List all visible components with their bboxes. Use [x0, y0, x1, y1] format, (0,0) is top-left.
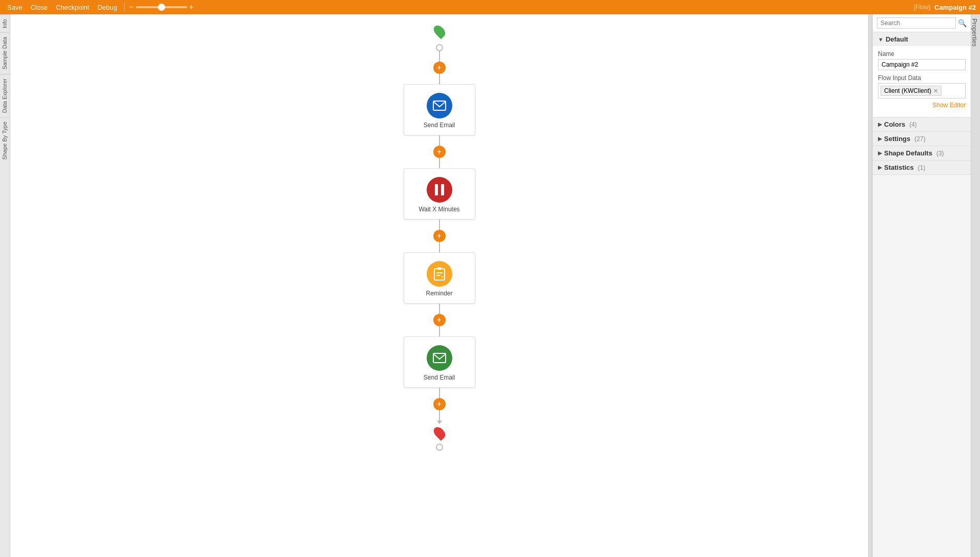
section-settings-header[interactable]: ▶ Settings (27): [873, 132, 971, 146]
section-shape-defaults-title: Shape Defaults: [884, 149, 932, 157]
zoom-plus-icon[interactable]: +: [189, 3, 194, 12]
show-editor-link[interactable]: Show Editor: [878, 102, 966, 109]
zoom-control: − +: [129, 3, 194, 12]
connector-5: [439, 220, 440, 230]
flow-input-area: Client (KWClient) ✕: [878, 83, 966, 98]
send-email-icon-1: [427, 93, 452, 118]
chip-label: Client (KWClient): [884, 87, 931, 94]
debug-button[interactable]: Debug: [94, 3, 120, 12]
start-node-group: [434, 25, 445, 51]
canvas[interactable]: + Send Email +: [10, 14, 868, 557]
section-settings-count: (27): [914, 135, 925, 143]
close-button[interactable]: Close: [28, 3, 51, 12]
section-default: ▼ Default Name Flow Input Data Client (K…: [873, 32, 971, 117]
section-colors-arrow: ▶: [878, 121, 882, 128]
section-colors: ▶ Colors (4): [873, 117, 971, 132]
section-statistics-title: Statistics: [884, 164, 914, 171]
connector-3: [439, 135, 440, 146]
main-area: Info Sample Data Data Explorer Shape By …: [0, 14, 980, 557]
wait-icon: [427, 177, 452, 203]
properties-panel: 🔍 ▼ Default Name Flow Input Data: [873, 14, 971, 557]
wait-card[interactable]: Wait X Minutes: [404, 168, 475, 220]
svg-rect-2: [441, 184, 444, 195]
send-email-label-1: Send Email: [424, 122, 455, 129]
end-arrow: [437, 421, 442, 424]
section-colors-title: Colors: [884, 121, 905, 128]
send-email-card-1[interactable]: Send Email: [404, 84, 475, 135]
reminder-card[interactable]: Reminder: [404, 252, 475, 304]
panel-resizer[interactable]: [868, 14, 872, 557]
start-teardrop: [431, 23, 447, 39]
search-button[interactable]: 🔍: [958, 19, 967, 27]
section-statistics-header[interactable]: ▶ Statistics (1): [873, 161, 971, 174]
section-shape-defaults-header[interactable]: ▶ Shape Defaults (3): [873, 146, 971, 160]
connector-1: [439, 51, 440, 62]
sidebar-tab-info[interactable]: Info: [0, 14, 10, 32]
reminder-node[interactable]: Reminder: [404, 252, 475, 304]
svg-rect-1: [435, 184, 438, 195]
zoom-slider[interactable]: [136, 6, 187, 8]
flow-input-row: Flow Input Data Client (KWClient) ✕ Show…: [878, 74, 966, 109]
section-statistics: ▶ Statistics (1): [873, 161, 971, 175]
connector-2: [439, 74, 440, 84]
section-shape-defaults-arrow: ▶: [878, 150, 882, 156]
section-default-arrow: ▼: [878, 36, 884, 43]
checkpoint-button[interactable]: Checkpoint: [53, 3, 92, 12]
svg-rect-4: [437, 267, 442, 270]
send-email-node-1[interactable]: Send Email: [404, 84, 475, 135]
properties-tab[interactable]: Properties: [971, 14, 980, 557]
section-default-title: Default: [886, 35, 908, 43]
right-panel: 🔍 ▼ Default Name Flow Input Data: [872, 14, 980, 557]
section-statistics-arrow: ▶: [878, 164, 882, 171]
add-btn-3[interactable]: +: [433, 230, 446, 242]
reminder-label: Reminder: [426, 290, 452, 297]
add-btn-5[interactable]: +: [433, 398, 446, 410]
name-input[interactable]: [878, 59, 966, 70]
section-colors-count: (4): [909, 121, 917, 128]
connector-6: [439, 242, 440, 252]
add-btn-1[interactable]: +: [433, 62, 446, 74]
connector-7: [439, 304, 440, 314]
send-email-label-2: Send Email: [424, 374, 455, 381]
campaign-label: Campaign #2: [934, 4, 976, 11]
chip-remove-btn[interactable]: ✕: [933, 88, 938, 94]
section-settings: ▶ Settings (27): [873, 132, 971, 146]
left-sidebar: Info Sample Data Data Explorer Shape By …: [0, 14, 10, 557]
flow-input-label: Flow Input Data: [878, 74, 966, 82]
sidebar-tab-shape-by-type[interactable]: Shape By Type: [0, 117, 10, 164]
flow-diagram: + Send Email +: [10, 14, 868, 451]
start-marker-container: [434, 25, 445, 40]
end-node-group: [434, 426, 445, 451]
search-input[interactable]: [877, 17, 956, 29]
reminder-icon: [427, 261, 452, 287]
end-teardrop: [431, 425, 447, 441]
flow-input-chip: Client (KWClient) ✕: [881, 86, 942, 96]
connector-4: [439, 158, 440, 168]
send-email-card-2[interactable]: Send Email: [404, 336, 475, 388]
wait-node[interactable]: Wait X Minutes: [404, 168, 475, 220]
sidebar-tab-sample-data[interactable]: Sample Data: [0, 32, 10, 74]
flow-label: [Flow]: [914, 4, 930, 11]
end-marker-container: [434, 426, 445, 440]
toolbar-separator: [124, 3, 125, 12]
connector-8: [439, 326, 440, 336]
sidebar-tab-data-explorer[interactable]: Data Explorer: [0, 74, 10, 117]
end-dot: [436, 444, 443, 451]
section-shape-defaults-count: (3): [936, 150, 944, 157]
connector-9: [439, 388, 440, 398]
send-email-icon-2: [427, 345, 452, 371]
start-dot: [436, 44, 443, 51]
section-shape-defaults: ▶ Shape Defaults (3): [873, 146, 971, 161]
section-settings-title: Settings: [884, 135, 910, 143]
section-colors-header[interactable]: ▶ Colors (4): [873, 117, 971, 131]
add-btn-2[interactable]: +: [433, 146, 446, 158]
toolbar: Save Close Checkpoint Debug − + [Flow] C…: [0, 0, 980, 14]
zoom-minus-icon[interactable]: −: [129, 3, 133, 12]
name-row: Name: [878, 50, 966, 70]
section-default-header[interactable]: ▼ Default: [873, 32, 971, 46]
connector-10: [439, 410, 440, 421]
send-email-node-2[interactable]: Send Email: [404, 336, 475, 388]
wait-label: Wait X Minutes: [418, 206, 459, 213]
save-button[interactable]: Save: [4, 3, 26, 12]
add-btn-4[interactable]: +: [433, 314, 446, 326]
